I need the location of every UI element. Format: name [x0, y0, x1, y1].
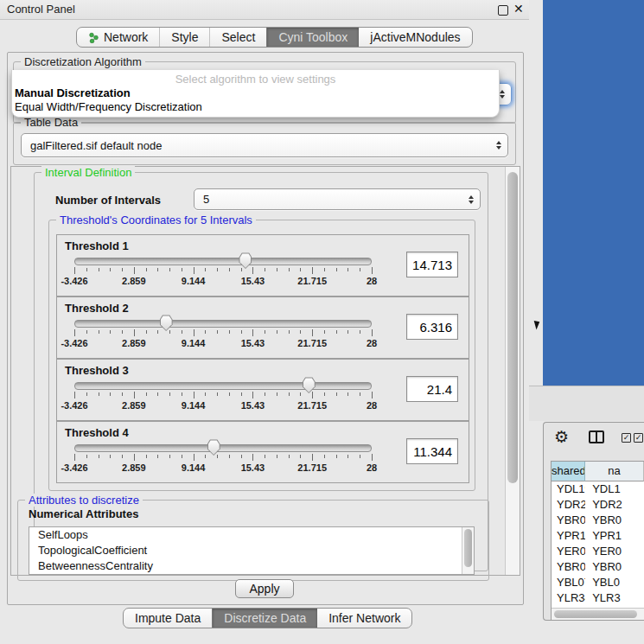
combo-stepper-icon	[469, 195, 474, 204]
cell-name[interactable]: YBR0	[585, 559, 644, 575]
column-header-name[interactable]: na	[585, 462, 644, 481]
threshold-slider[interactable]: -3.4262.8599.14415.4321.71528	[74, 444, 372, 474]
threshold-slider[interactable]: -3.4262.8599.14415.4321.71528	[74, 382, 372, 411]
table-row[interactable]: YDR27...YDR2	[552, 497, 644, 513]
table-panel: ⚙ ✓ ✓ shared... na YDL19...YDL1YDR27...Y…	[543, 422, 644, 621]
attribute-item[interactable]: BetweennessCentrality	[29, 558, 474, 574]
threshold-panel: Threshold 2 -3.4262.8599.14415.4321.7152…	[56, 296, 469, 359]
slider-ticklabels: -3.4262.8599.14415.4321.71528	[74, 462, 372, 473]
threshold-value-field[interactable]: 11.344	[406, 438, 458, 464]
tab-label: Style	[171, 30, 198, 44]
slider-handle[interactable]	[207, 439, 220, 456]
tick-label: 21.715	[297, 338, 327, 348]
tab-select[interactable]: Select	[209, 28, 266, 47]
top-tabbar: NetworkStyleSelectCyni ToolboxjActiveMNo…	[76, 27, 473, 48]
slider-handle[interactable]	[160, 315, 173, 331]
cell-shared-name[interactable]: YBR045C	[552, 559, 585, 575]
number-of-intervals-combobox[interactable]: 5	[194, 188, 481, 210]
column-header-shared-name[interactable]: shared...	[552, 462, 585, 481]
cell-name[interactable]: YBL0	[585, 575, 644, 590]
table-data-combobox[interactable]: galFiltered.sif default node	[21, 133, 508, 157]
threshold-slider[interactable]: -3.4262.8599.14415.4321.71528	[74, 258, 372, 287]
slider-track[interactable]	[74, 320, 372, 328]
slider-ticks	[74, 267, 372, 275]
scrollbar-thumb[interactable]	[507, 172, 518, 483]
node-table: shared... na YDL19...YDL1YDR27...YDR2YBR…	[551, 461, 644, 620]
tick-label: 28	[367, 400, 377, 411]
tab-infer-network[interactable]: Infer Network	[317, 609, 411, 628]
slider-track[interactable]	[74, 382, 372, 390]
checkbox-select-icon[interactable]: ✓	[634, 433, 643, 443]
horizontal-scrollbar-thumb[interactable]	[554, 610, 637, 618]
attribute-item[interactable]: SelfLoops	[29, 527, 474, 543]
tick-label: 9.144	[182, 276, 206, 286]
table-row[interactable]: YLR345WYLR3	[552, 590, 644, 606]
gear-icon[interactable]: ⚙	[554, 428, 569, 447]
list-scrollbar[interactable]	[462, 527, 474, 574]
table-row[interactable]: YPR145WYPR1	[552, 528, 644, 544]
close-icon[interactable]: ✕	[513, 2, 524, 16]
table-panel-titlebar: Table Panel	[529, 386, 644, 421]
tick-label: -3.426	[61, 276, 87, 286]
tab-style[interactable]: Style	[159, 28, 209, 47]
attributes-group-title: Attributes to discretize	[25, 494, 143, 507]
cell-shared-name[interactable]: YBL079W	[552, 575, 585, 590]
table-row[interactable]: YBR045CYBR0	[552, 559, 644, 575]
cell-name[interactable]: YER0	[585, 544, 644, 559]
slider-ticks	[74, 392, 372, 399]
slider-ticks	[74, 454, 372, 462]
cell-shared-name[interactable]: YPR145W	[552, 528, 585, 544]
threshold-slider[interactable]: -3.4262.8599.14415.4321.71528	[74, 320, 372, 349]
horizontal-scrollbar[interactable]	[552, 608, 644, 620]
tab-cyni-toolbox[interactable]: Cyni Toolbox	[266, 28, 359, 47]
list-scrollbar-thumb[interactable]	[464, 529, 472, 567]
tab-network[interactable]: Network	[77, 28, 159, 47]
algorithm-option-equal-width[interactable]: Equal Width/Frequency Discretization	[12, 100, 499, 114]
checkbox-select-all-icon[interactable]: ✓	[622, 433, 631, 443]
tick-label: -3.426	[61, 400, 87, 411]
numerical-attributes-label: Numerical Attributes	[29, 507, 138, 520]
cell-name[interactable]: YDL1	[585, 481, 644, 497]
threshold-value-field[interactable]: 14.713	[406, 252, 458, 277]
vertical-scrollbar[interactable]	[505, 167, 520, 575]
tab-impute-data[interactable]: Impute Data	[124, 609, 212, 628]
split-columns-icon[interactable]	[589, 430, 604, 443]
threshold-panel: Threshold 4 -3.4262.8599.14415.4321.7152…	[56, 421, 469, 483]
table-data-title: Table Data	[21, 116, 81, 129]
attribute-item[interactable]: TopologicalCoefficient	[29, 543, 474, 558]
tab-label: jActiveMNodules	[370, 30, 460, 44]
cell-shared-name[interactable]: YDL19...	[552, 481, 585, 497]
cell-shared-name[interactable]: YBR043C	[552, 513, 585, 528]
tick-label: 21.715	[297, 462, 327, 473]
tick-label: 28	[367, 276, 377, 286]
algorithm-option-manual[interactable]: Manual Discretization	[12, 86, 499, 100]
tick-label: 28	[367, 462, 377, 473]
cell-name[interactable]: YLR3	[585, 590, 644, 606]
cell-shared-name[interactable]: YDR27...	[552, 497, 585, 513]
tab-jactivemnodules[interactable]: jActiveMNodules	[359, 28, 471, 47]
algorithm-hint-option[interactable]: Select algorithm to view settings	[12, 73, 499, 86]
slider-track[interactable]	[74, 258, 372, 265]
threshold-value-field[interactable]: 6.316	[406, 314, 458, 340]
cell-shared-name[interactable]: YER054C	[552, 544, 585, 559]
cell-name[interactable]: YDR2	[585, 497, 644, 513]
slider-handle[interactable]	[303, 377, 316, 393]
slider-track[interactable]	[74, 444, 372, 452]
numerical-attributes-list[interactable]: SelfLoopsTopologicalCoefficientBetweenne…	[29, 526, 475, 575]
cell-name[interactable]: YBR0	[585, 513, 644, 528]
tab-discretize-data[interactable]: Discretize Data	[212, 609, 317, 628]
tick-label: 2.859	[122, 276, 146, 286]
table-row[interactable]: YDL19...YDL1	[552, 481, 644, 497]
apply-button[interactable]: Apply	[235, 579, 294, 598]
cell-shared-name[interactable]: YLR345W	[552, 590, 585, 606]
threshold-value-field[interactable]: 21.4	[406, 376, 458, 402]
float-window-icon[interactable]	[498, 5, 508, 16]
cell-name[interactable]: YPR1	[585, 528, 644, 544]
table-row[interactable]: YBR043CYBR0	[552, 513, 644, 528]
table-row[interactable]: YBL079WYBL0	[552, 575, 644, 590]
slider-handle[interactable]	[239, 252, 252, 269]
number-of-intervals-value: 5	[203, 193, 209, 206]
panel-title: Control Panel	[7, 3, 75, 16]
tab-label: Cyni Toolbox	[278, 30, 348, 44]
table-row[interactable]: YER054CYER0	[552, 544, 644, 559]
